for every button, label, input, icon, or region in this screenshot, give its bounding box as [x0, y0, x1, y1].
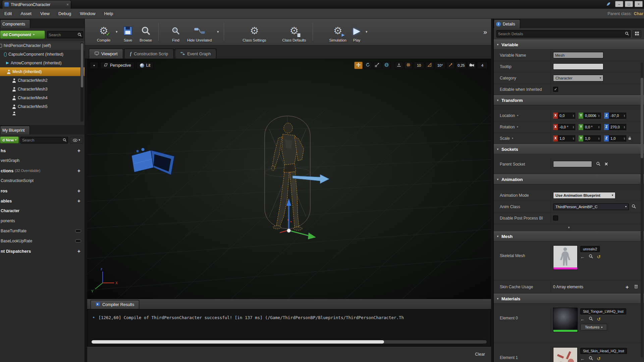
reset-icon[interactable]: ↺ — [597, 317, 601, 321]
location-y-field[interactable]: 0,0006▲▼ — [583, 113, 601, 119]
rotation-snap-value[interactable]: 10° — [435, 62, 445, 69]
bp-category-character[interactable]: Character — [0, 206, 85, 216]
search-icon[interactable] — [596, 161, 600, 167]
bp-item-constructionscript[interactable]: ConstructionScript — [0, 176, 85, 186]
tab-my-blueprint[interactable]: My Blueprint — [0, 126, 30, 134]
rotation-z-field[interactable]: 270,0▲▼ — [609, 124, 626, 130]
section-materials[interactable]: ▼ Materials — [494, 294, 644, 304]
bp-item-eventgraph[interactable]: ventGraph — [0, 156, 85, 166]
skeletal-mesh-asset[interactable]: unrealv2 — [580, 246, 600, 252]
chevron-down-icon[interactable]: ▾ — [512, 137, 513, 140]
play-button[interactable]: ▶ Play — [350, 19, 364, 45]
visibility-filter-button[interactable]: ▾ — [70, 137, 83, 143]
browse-asset-icon[interactable] — [589, 356, 593, 362]
compile-button[interactable]: ⚙✓ Compile — [94, 19, 114, 45]
material-thumbnail[interactable] — [553, 347, 578, 362]
close-tab-icon[interactable]: × — [66, 2, 69, 7]
material-thumbnail[interactable] — [553, 308, 578, 332]
chevron-down-icon[interactable]: ▾ — [517, 125, 518, 128]
location-z-field[interactable]: -97,0▲▼ — [609, 113, 626, 119]
tab-compiler-results[interactable]: Compiler Results — [91, 300, 139, 309]
maximize-button[interactable]: □ — [625, 1, 633, 7]
window-tab[interactable]: ThirdPersonCharacter × — [2, 0, 71, 9]
browse-asset-icon[interactable] — [589, 316, 593, 322]
anim-class-dropdown[interactable]: ThirdPerson_AnimBP_C ▾ — [553, 203, 629, 210]
my-blueprint-search-input[interactable] — [22, 138, 61, 142]
scale-snap-value[interactable]: 0,25 — [456, 62, 467, 69]
grid-snap-button[interactable] — [404, 62, 413, 69]
tree-item-charactermesh4[interactable]: CharacterMesh4 — [0, 94, 85, 102]
textures-dropdown-button[interactable]: Textures ▾ — [580, 324, 607, 330]
menu-window[interactable]: Window — [75, 11, 100, 16]
bp-var-baselookuprate[interactable]: BaseLookUpRate — [0, 236, 85, 246]
class-defaults-button[interactable]: ⚙ Class Defaults — [279, 19, 310, 45]
simulation-button[interactable]: ⚙▶ Simulation — [326, 19, 350, 45]
menu-view[interactable]: View — [36, 11, 54, 16]
add-icon[interactable]: ＋ — [76, 198, 81, 203]
add-icon[interactable]: ＋ — [76, 148, 81, 153]
rotation-snap-button[interactable] — [425, 62, 434, 69]
variable-type-pill-icon[interactable] — [75, 239, 81, 243]
tree-item-mesh-selected[interactable]: Mesh (Inherited) — [0, 67, 85, 76]
bp-section-variables[interactable]: ables ＋ — [0, 196, 85, 206]
world-space-button[interactable] — [382, 62, 391, 69]
rotation-y-field[interactable]: 0,0 °▲▼ — [583, 124, 601, 130]
hide-unrelated-dropdown[interactable]: ▼ — [215, 19, 221, 45]
display-filter-button[interactable] — [633, 30, 641, 38]
variable-type-pill-icon[interactable] — [75, 229, 81, 233]
tree-item-arrow[interactable]: ArrowComponent (Inherited) — [0, 59, 85, 67]
advanced-expander[interactable]: ▼ — [494, 224, 644, 231]
section-mesh[interactable]: ▼ Mesh — [494, 231, 644, 241]
menu-edit[interactable]: Edit — [0, 11, 16, 16]
spinner-icon[interactable]: ▲▼ — [573, 126, 574, 128]
surface-snap-button[interactable] — [395, 62, 403, 69]
spinner-icon[interactable]: ▲▼ — [573, 114, 574, 117]
disable-post-process-checkbox[interactable] — [553, 216, 558, 221]
grid-snap-value[interactable]: 10 — [414, 62, 424, 69]
material-asset[interactable]: Std_Skin_Head_HQ_Inst — [580, 348, 627, 354]
components-scrollbar[interactable] — [80, 43, 84, 122]
section-animation[interactable]: ▼ Animation — [494, 174, 644, 184]
location-x-field[interactable]: 0,0▲▼ — [558, 113, 575, 119]
browse-button[interactable]: Browse — [136, 19, 155, 45]
editable-checkbox[interactable]: ✓ — [553, 87, 558, 92]
spinner-icon[interactable]: ▲▼ — [598, 137, 600, 140]
tab-construction-script[interactable]: f Construction Scrip — [124, 49, 174, 59]
add-new-button[interactable]: d New ▾ — [0, 136, 19, 143]
tree-item-charactermesh2[interactable]: CharacterMesh2 — [0, 76, 85, 85]
add-icon[interactable]: ＋ — [76, 249, 81, 253]
compiler-hscrollbar[interactable] — [92, 340, 487, 344]
tree-item-clipped[interactable] — [0, 111, 85, 115]
camera-speed-value[interactable]: 4 — [477, 62, 488, 69]
rotation-x-field[interactable]: -0,0 °▲▼ — [558, 124, 575, 130]
add-icon[interactable]: ＋ — [76, 188, 81, 193]
use-selected-icon[interactable]: ← — [580, 356, 585, 361]
browse-asset-icon[interactable] — [589, 254, 593, 260]
details-search[interactable] — [496, 30, 631, 38]
add-element-icon[interactable]: ＋ — [625, 284, 630, 289]
compiler-log[interactable]: • [1262,60] Compile of ThirdPersonCharac… — [87, 309, 491, 347]
viewport-options-button[interactable]: ▾ — [90, 62, 98, 69]
tab-details[interactable]: i Details — [494, 19, 520, 28]
clear-icon[interactable]: ✕ — [604, 162, 608, 167]
tree-item-capsule[interactable]: CapsuleComponent (Inherited) — [0, 50, 85, 59]
section-sockets[interactable]: ▼ Sockets — [494, 144, 644, 154]
bp-var-baseturnrate[interactable]: BaseTurnRate — [0, 226, 85, 236]
clear-button[interactable]: Clear — [475, 352, 485, 357]
scale-y-field[interactable]: 1,0▲▼ — [583, 135, 601, 141]
bp-section-graphs[interactable]: hs ＋ — [0, 145, 85, 156]
viewport-scene[interactable]: z X Y — [87, 59, 491, 299]
menu-debug[interactable]: Debug — [54, 11, 75, 16]
use-selected-icon[interactable]: ← — [580, 254, 585, 259]
find-button[interactable]: Find — [168, 19, 184, 45]
class-settings-button[interactable]: ⚙ Class Settings — [239, 19, 269, 45]
scale-tool-button[interactable] — [373, 62, 381, 69]
my-blueprint-search[interactable] — [20, 137, 68, 143]
camera-speed-button[interactable] — [468, 62, 476, 69]
section-transform[interactable]: ▼ Transform — [494, 95, 644, 105]
tab-components[interactable]: Components — [0, 19, 30, 28]
trash-icon[interactable] — [634, 284, 638, 290]
tree-item-charactermesh5[interactable]: CharacterMesh5 — [0, 102, 85, 111]
reset-icon[interactable]: ↺ — [597, 356, 601, 361]
close-button[interactable]: × — [635, 1, 643, 7]
